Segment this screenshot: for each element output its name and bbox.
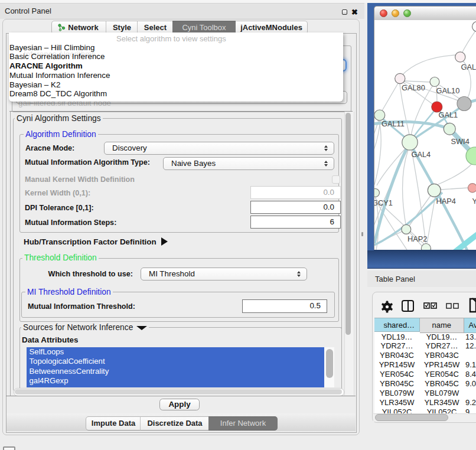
svg-text:HAP4: HAP4: [436, 197, 456, 206]
svg-text:GAL4: GAL4: [412, 150, 431, 159]
svg-text:HAP2: HAP2: [407, 234, 427, 243]
svg-text:GAL11: GAL11: [382, 119, 405, 128]
svg-text:GAL7: GAL7: [461, 63, 476, 71]
svg-text:YP: YP: [472, 197, 476, 206]
svg-text:SWI4: SWI4: [451, 137, 470, 146]
svg-text:GAL80: GAL80: [402, 83, 425, 92]
svg-text:GCY1: GCY1: [374, 198, 393, 207]
svg-text:GAL10: GAL10: [436, 86, 460, 95]
svg-text:GAL1: GAL1: [439, 110, 458, 119]
